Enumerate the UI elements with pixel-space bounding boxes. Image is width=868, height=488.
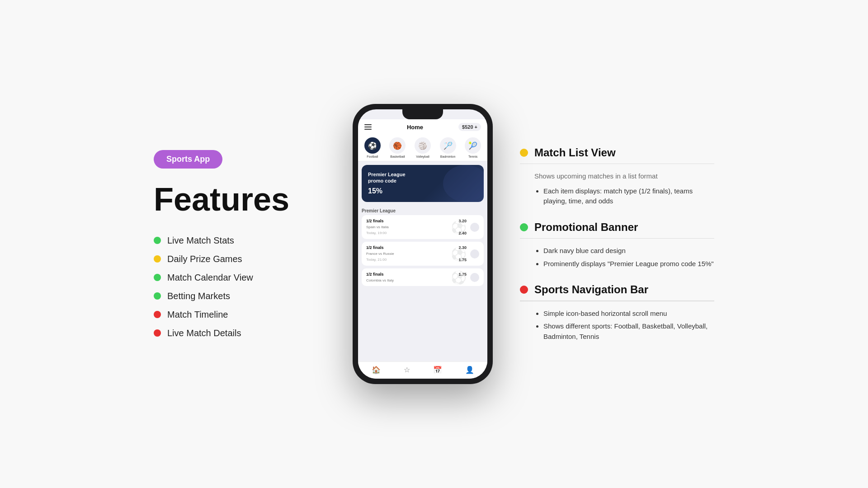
feature-item: Live Match Details [154, 328, 326, 338]
section-bullet: Prominently displays "Premier League pro… [543, 259, 714, 269]
match-cards-container: ⚽ 1/2 finals 3.20 Spain vs Italia Today,… [362, 215, 484, 286]
phone-wrapper: Home $520 + ⚽ Football 🏀 Basketball [353, 104, 493, 384]
section-dot [520, 223, 528, 231]
odds-button[interactable] [470, 249, 479, 258]
volleyball-icon: 🏐 [415, 137, 431, 154]
promo-banner: Premier Leaguepromo code 15% [362, 165, 484, 202]
feature-label: Live Match Details [167, 328, 241, 338]
feature-label: Betting Markets [167, 291, 230, 301]
section-bullet: Simple icon-based horizontal scroll menu [543, 309, 714, 319]
app-header-title: Home [407, 124, 423, 131]
page-container: Sports App Features Live Match StatsDail… [0, 0, 868, 488]
match-time: Today, 21:00 [366, 258, 387, 262]
feature-dot [154, 237, 161, 244]
feature-dot [154, 255, 161, 263]
feature-item: Daily Prize Games [154, 254, 326, 264]
feature-dot [154, 329, 161, 337]
feature-dot [154, 311, 161, 318]
nav-calendar-icon[interactable]: 📅 [433, 366, 442, 374]
section-dot [520, 149, 528, 157]
nav-home-icon[interactable]: 🏠 [372, 366, 381, 374]
section-title: Match List View [534, 146, 616, 159]
right-panel: Match List View Shows upcoming matches i… [520, 146, 714, 342]
match-card[interactable]: ⚽ 1/2 finals 3.20 Spain vs Italia Today,… [362, 215, 484, 239]
tennis-icon: 🎾 [465, 137, 481, 154]
feature-item: Match Calendar View [154, 272, 326, 283]
feature-item: Match Timeline [154, 310, 326, 320]
section-header: Promotional Banner [520, 221, 714, 234]
section-header: Match List View [520, 146, 714, 159]
section-header: Sports Navigation Bar [520, 283, 714, 296]
feature-dot [154, 292, 161, 300]
match-type: 1/2 finals [366, 245, 384, 250]
sport-tennis[interactable]: 🎾 Tennis [465, 137, 481, 158]
sport-volleyball[interactable]: 🏐 Volleyball [415, 137, 431, 158]
feature-item: Live Match Stats [154, 235, 326, 246]
section-intro: Shows upcoming matches in a list format [534, 171, 714, 182]
app-header: Home $520 + [358, 119, 487, 134]
features-list: Live Match StatsDaily Prize GamesMatch C… [154, 235, 326, 338]
sport-football[interactable]: ⚽ Football [364, 137, 381, 158]
nav-profile-icon[interactable]: 👤 [465, 366, 474, 374]
features-title: Features [154, 183, 326, 216]
match-card[interactable]: ⚽ 1/2 finals 2.30 France vs Russie Today… [362, 242, 484, 266]
phone-notch [402, 109, 443, 119]
badminton-icon: 🏸 [440, 137, 456, 154]
section-title: Sports Navigation Bar [534, 283, 648, 296]
basketball-icon: 🏀 [389, 137, 406, 154]
odds-button[interactable] [470, 223, 479, 232]
hamburger-icon[interactable] [364, 124, 372, 130]
match-watermark: ⚽ [451, 220, 467, 235]
feature-label: Match Timeline [167, 310, 228, 320]
phone-screen: Home $520 + ⚽ Football 🏀 Basketball [358, 109, 487, 379]
odds-button[interactable] [470, 273, 479, 282]
match-type: 1/2 finals [366, 219, 384, 223]
section-dot [520, 286, 528, 294]
feature-section: Match List View Shows upcoming matches i… [520, 146, 714, 206]
sport-badminton[interactable]: 🏸 Badminton [440, 137, 456, 158]
nav-star-icon[interactable]: ☆ [404, 366, 410, 374]
section-bullet: Shows different sports: Football, Basket… [543, 321, 714, 342]
section-divider [520, 164, 714, 164]
match-teams: Colombia vs Italy [366, 278, 394, 282]
feature-label: Daily Prize Games [167, 254, 242, 264]
match-watermark: ⚽ [451, 246, 467, 261]
section-divider [520, 238, 714, 239]
match-time: Today, 19:00 [366, 231, 387, 235]
section-bullets: Simple icon-based horizontal scroll menu… [520, 309, 714, 342]
left-panel: Sports App Features Live Match StatsDail… [154, 150, 326, 338]
section-bullets: Each item displays: match type (1/2 fina… [520, 186, 714, 206]
feature-label: Match Calendar View [167, 272, 253, 283]
section-bullet: Dark navy blue card design [543, 246, 714, 256]
phone-frame: Home $520 + ⚽ Football 🏀 Basketball [353, 104, 493, 384]
section-bullets: Dark navy blue card designProminently di… [520, 246, 714, 269]
section-divider [520, 300, 714, 301]
match-teams: France vs Russie [366, 252, 394, 256]
football-icon: ⚽ [364, 137, 381, 154]
section-bullet: Each item displays: match type (1/2 fina… [543, 186, 714, 206]
feature-item: Betting Markets [154, 291, 326, 301]
feature-dot [154, 274, 161, 281]
sports-app-badge: Sports App [154, 150, 222, 169]
section-title: Promotional Banner [534, 221, 638, 234]
feature-section: Promotional Banner Dark navy blue card d… [520, 221, 714, 269]
match-teams: Spain vs Italia [366, 225, 389, 229]
match-type: 1/2 finals [366, 272, 384, 277]
match-card[interactable]: ⚽ 1/2 finals 1.75 Colombia vs Italy [362, 268, 484, 286]
feature-label: Live Match Stats [167, 235, 234, 246]
bottom-nav: 🏠 ☆ 📅 👤 [358, 361, 487, 379]
league-title: Premier League [362, 208, 484, 213]
balance-badge: $520 + [458, 123, 481, 131]
sport-basketball[interactable]: 🏀 Basketball [389, 137, 406, 158]
match-watermark: ⚽ [451, 270, 467, 285]
sports-nav: ⚽ Football 🏀 Basketball 🏐 Volleyball 🏸 B… [358, 134, 487, 161]
feature-section: Sports Navigation Bar Simple icon-based … [520, 283, 714, 342]
match-section: Premier League ⚽ 1/2 finals 3.20 Spain v… [358, 206, 487, 361]
